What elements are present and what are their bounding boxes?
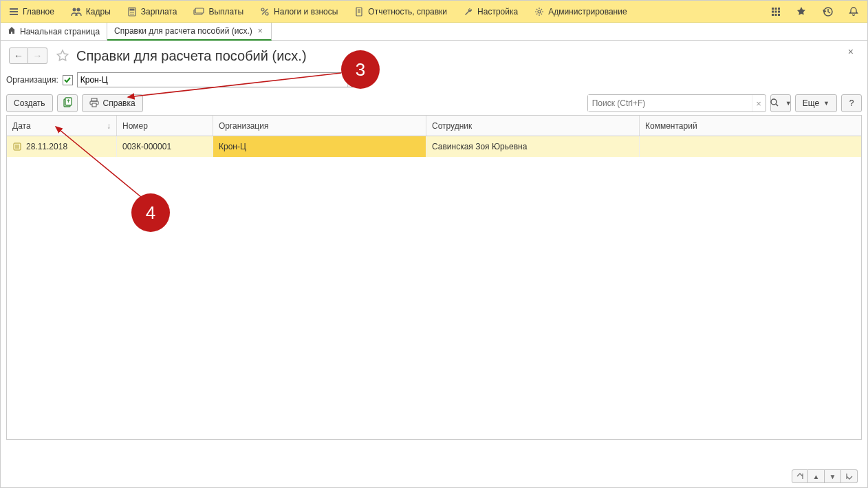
menu-item-reports[interactable]: Отчетность, справки: [346, 1, 455, 23]
gear-icon: [534, 7, 544, 17]
menu-label: Выплаты: [208, 7, 243, 17]
menu-icon: [9, 7, 19, 17]
copy-new-button[interactable]: +: [57, 94, 78, 112]
svg-rect-3: [129, 8, 134, 10]
org-select[interactable]: ▼: [77, 72, 359, 87]
org-input-field[interactable]: [78, 73, 347, 87]
table-row[interactable]: 28.11.2018 003К-000001 Крон-Ц Савинская …: [7, 136, 861, 157]
svg-rect-22: [778, 8, 780, 10]
col-header-org[interactable]: Организация: [213, 116, 426, 136]
search-button[interactable]: ▼: [770, 94, 791, 112]
search-box[interactable]: ×: [587, 94, 766, 112]
printer-icon: [89, 98, 99, 109]
col-header-date[interactable]: Дата: [7, 116, 117, 136]
svg-point-9: [133, 13, 134, 14]
close-page-icon[interactable]: ×: [848, 46, 854, 57]
svg-point-5: [131, 12, 133, 13]
menu-item-main[interactable]: Главное: [1, 1, 63, 23]
people-icon: [71, 7, 82, 17]
copy-new-icon: +: [62, 97, 73, 110]
menu-item-hr[interactable]: Кадры: [63, 1, 119, 23]
documents-table: Дата Номер Организация Сотрудник Коммент…: [6, 115, 862, 440]
tab-bar: Начальная страница Справки для расчета п…: [1, 23, 867, 41]
svg-line-37: [776, 104, 778, 106]
menu-item-payments[interactable]: Выплаты: [185, 1, 252, 23]
svg-point-36: [771, 99, 777, 105]
badge-label: 3: [356, 59, 365, 81]
search-icon: [770, 98, 779, 109]
menu-item-salary[interactable]: Зарплата: [119, 1, 186, 23]
favorites-star-icon[interactable]: [793, 3, 810, 20]
svg-rect-23: [772, 10, 774, 12]
menu-label: Зарплата: [141, 7, 177, 17]
menu-label: Главное: [23, 7, 54, 17]
document-row-icon: [12, 142, 22, 151]
svg-text:+: +: [66, 98, 69, 105]
col-header-label: Комментарий: [645, 121, 697, 131]
page-last-button[interactable]: [841, 469, 858, 483]
col-header-label: Дата: [12, 121, 31, 131]
create-label: Создать: [14, 98, 45, 108]
svg-line-14: [262, 9, 268, 14]
print-button[interactable]: Справка: [82, 94, 143, 112]
filter-org-label: Организация:: [6, 75, 58, 85]
svg-rect-35: [92, 103, 96, 107]
cell-text: 003К-000001: [122, 142, 171, 151]
svg-point-19: [538, 10, 541, 13]
svg-rect-20: [772, 8, 774, 10]
search-clear-icon[interactable]: ×: [752, 95, 766, 112]
title-row: ← → Справки для расчета пособий (исх.) ×: [1, 41, 867, 68]
col-header-comment[interactable]: Комментарий: [640, 116, 861, 136]
more-label: Еще: [803, 98, 819, 108]
wrench-icon: [464, 7, 473, 17]
svg-rect-26: [772, 14, 774, 16]
menu-item-settings[interactable]: Настройка: [455, 1, 526, 23]
table-paging: ▲ ▼: [792, 469, 858, 483]
history-icon[interactable]: [819, 3, 836, 20]
page-up-button[interactable]: ▲: [808, 469, 825, 483]
col-header-label: Организация: [219, 121, 268, 131]
document-icon: [354, 7, 364, 17]
create-button[interactable]: Создать: [6, 94, 53, 112]
cards-icon: [193, 8, 204, 16]
svg-rect-27: [775, 14, 777, 16]
top-menu-bar: Главное Кадры Зарплата Выплаты Налоги и …: [1, 1, 867, 23]
menu-item-taxes[interactable]: Налоги и взносы: [252, 1, 346, 23]
cell-employee: Савинская Зоя Юрьевна: [426, 136, 640, 157]
col-header-number[interactable]: Номер: [117, 116, 213, 136]
tab-label: Начальная страница: [20, 27, 100, 36]
tab-home[interactable]: Начальная страница: [1, 23, 107, 41]
svg-point-13: [265, 12, 268, 15]
svg-rect-33: [91, 98, 97, 101]
page-down-button[interactable]: ▼: [825, 469, 841, 483]
tab-certificates[interactable]: Справки для расчета пособий (исх.) ×: [107, 23, 272, 41]
cell-comment: [640, 136, 861, 157]
apps-grid-icon[interactable]: [768, 4, 783, 19]
nav-back-button[interactable]: ←: [9, 47, 28, 64]
favorite-star-icon[interactable]: [56, 49, 69, 63]
page-title: Справки для расчета пособий (исх.): [76, 48, 307, 64]
bell-icon[interactable]: [845, 3, 862, 20]
col-header-label: Номер: [122, 121, 148, 131]
annotation-badge-3: 3: [341, 50, 380, 89]
cell-text: 28.11.2018: [26, 142, 67, 151]
page-first-button[interactable]: [792, 469, 808, 483]
caret-down-icon: ▼: [823, 100, 829, 107]
caret-down-icon: ▼: [785, 100, 792, 107]
percent-icon: [260, 7, 270, 17]
table-body: 28.11.2018 003К-000001 Крон-Ц Савинская …: [7, 136, 861, 439]
search-input[interactable]: [588, 95, 752, 112]
svg-point-8: [131, 13, 133, 14]
help-button[interactable]: ?: [841, 94, 862, 112]
more-button[interactable]: Еще ▼: [795, 94, 837, 112]
svg-rect-21: [775, 8, 777, 10]
nav-forward-button[interactable]: →: [28, 47, 47, 64]
close-tab-icon[interactable]: ×: [257, 26, 264, 36]
svg-point-6: [133, 12, 134, 13]
menu-item-admin[interactable]: Администрирование: [526, 1, 635, 23]
col-header-employee[interactable]: Сотрудник: [426, 116, 640, 136]
svg-point-1: [76, 8, 80, 11]
svg-point-12: [261, 8, 264, 11]
filter-org-checkbox[interactable]: [63, 75, 73, 85]
svg-rect-28: [778, 14, 780, 16]
